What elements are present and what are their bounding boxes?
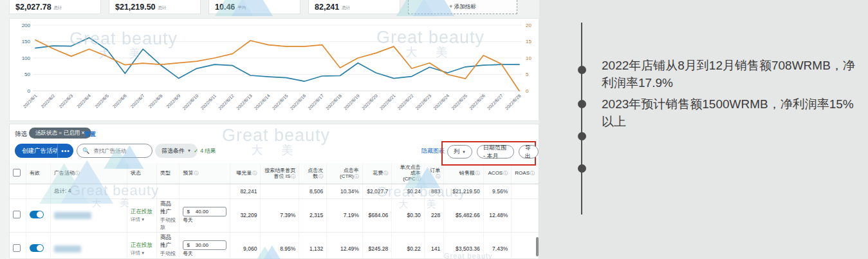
header-cpc[interactable]: 单次点击成本 (CPCⓘ xyxy=(392,163,424,184)
status-detail-link[interactable]: 详情 ▾ xyxy=(131,250,153,256)
metric-spend[interactable]: $2,027.78 总计 xyxy=(9,0,101,14)
cell-budget: $30.00每天 xyxy=(180,232,230,259)
export-button[interactable]: 导出 xyxy=(519,145,539,158)
timeline-dot xyxy=(578,100,586,108)
status-delivering: 正在投放 xyxy=(131,208,153,216)
more-actions-button[interactable]: ••• xyxy=(57,144,73,158)
info-icon[interactable]: ⓘ xyxy=(252,171,257,175)
totals-type xyxy=(157,184,180,198)
vertical-scrollbar[interactable] xyxy=(536,237,539,256)
info-icon[interactable]: ⓘ xyxy=(194,171,198,175)
metric-value: $2,027.78 xyxy=(15,3,51,12)
info-icon[interactable]: ⓘ xyxy=(416,177,421,181)
header-type[interactable]: 类型 xyxy=(157,163,180,184)
header-roas[interactable]: ROASⓘ xyxy=(512,163,539,184)
header-ctr[interactable]: 点击率 (CTR)ⓘ xyxy=(327,163,363,184)
right-axis-tick: 15 xyxy=(526,39,531,44)
header-toggle: 有效 xyxy=(26,163,50,184)
metric-impressions[interactable]: 82,241 总计 xyxy=(308,0,400,14)
metric-value: 82,241 xyxy=(315,3,339,12)
left-axis-tick: 0 xyxy=(28,88,31,94)
campaign-name-redacted[interactable] xyxy=(54,212,91,219)
date-range-button[interactable]: 日期范围 - 本月 xyxy=(477,145,514,158)
info-icon[interactable]: ⓘ xyxy=(436,174,440,178)
cell-is: 7.39% xyxy=(261,198,299,232)
active-status-filter-chip[interactable]: 活跃状态 = 已启用 × xyxy=(29,128,91,139)
table-row: 正在投放详情 ▾商品推广手动投放$40.00每天32,2097.39%2,315… xyxy=(10,198,539,232)
add-metric-button[interactable]: + 添加指标 xyxy=(408,0,517,14)
column-header: 广告活动 xyxy=(54,170,75,176)
annotation-2022: 2022年店铺从8月到12月销售额708WRMB，净利润率17.9% xyxy=(602,57,860,91)
targeting-type: 手动投放 xyxy=(160,250,176,259)
x-axis-label: 2022/6/15 xyxy=(272,93,289,111)
column-header: 订单 xyxy=(430,168,440,173)
info-icon[interactable]: ⓘ xyxy=(355,174,359,178)
info-icon[interactable]: ⓘ xyxy=(319,174,323,178)
cell-acos: 12.48% xyxy=(483,198,511,232)
header-clicks[interactable]: 点击次数ⓘ xyxy=(299,163,327,184)
budget-input[interactable]: $30.00 xyxy=(183,240,226,250)
x-axis-label: 2022/6/8 xyxy=(147,93,163,109)
info-icon[interactable]: ⓘ xyxy=(476,171,480,175)
status-delivering: 正在投放 xyxy=(131,242,153,249)
info-icon[interactable]: ⓘ xyxy=(383,171,388,175)
status-detail-link[interactable]: 详情 ▾ xyxy=(131,216,153,223)
column-header: 有效 xyxy=(30,170,40,176)
x-axis-label: 2022/6/17 xyxy=(307,93,324,111)
chevron-down-icon: ▼ xyxy=(187,149,191,153)
right-axis-tick: 10 xyxy=(526,55,531,61)
column-header: 预算 xyxy=(183,170,193,176)
header-impressions[interactable]: 曝光量ⓘ xyxy=(230,163,261,184)
header-is[interactable]: 搜索结果首页首位 ISⓘ xyxy=(261,163,299,184)
metric-label: 平均 xyxy=(237,5,246,11)
header-status[interactable]: 状态 xyxy=(127,163,157,184)
performance-line-chart: 050100150200051015202022/6/12022/6/22022… xyxy=(10,19,539,119)
cell-roas xyxy=(512,198,539,232)
x-axis-label: 2022/6/13 xyxy=(235,93,253,111)
metric-sales[interactable]: $21,219.50 总计 xyxy=(109,0,201,14)
x-axis-label: 2022/6/25 xyxy=(450,93,468,111)
info-icon[interactable]: ⓘ xyxy=(291,174,295,178)
blue-series xyxy=(35,37,519,81)
reset-filters-link[interactable]: 重置 xyxy=(84,130,96,139)
search-input[interactable] xyxy=(92,147,146,155)
header-name[interactable]: 广告活动ⓘ xyxy=(51,163,127,184)
info-icon[interactable]: ⓘ xyxy=(503,171,508,175)
budget-input[interactable]: $40.00 xyxy=(183,207,226,216)
cell-ctr: 12.49% xyxy=(327,232,363,259)
campaign-search[interactable]: 🔍 xyxy=(77,144,152,158)
totals-cpc: $0.24 xyxy=(392,184,424,198)
header-budget[interactable]: 预算ⓘ xyxy=(180,163,230,184)
x-axis-label: 2022/6/6 xyxy=(112,93,127,109)
right-axis-tick: 20 xyxy=(526,23,531,28)
x-axis-label: 2022/6/5 xyxy=(94,93,109,109)
campaign-enabled-toggle[interactable] xyxy=(30,211,44,218)
x-axis-label: 2022/6/18 xyxy=(325,93,342,111)
campaigns-table: 有效广告活动ⓘ状态类型预算ⓘ曝光量ⓘ搜索结果首页首位 ISⓘ点击次数ⓘ点击率 (… xyxy=(10,163,539,259)
metric-roas[interactable]: 10.46 平均 xyxy=(208,0,300,14)
select-all-checkbox[interactable] xyxy=(13,169,21,177)
x-axis-label: 2022/6/28 xyxy=(504,93,522,111)
column-header: 状态 xyxy=(131,170,141,176)
filter-conditions-label: 筛选条件 xyxy=(162,147,185,155)
header-orders[interactable]: 订单ⓘ xyxy=(424,163,443,184)
campaign-enabled-toggle[interactable] xyxy=(30,244,44,252)
x-axis-label: 2022/6/12 xyxy=(217,93,235,111)
header-spend[interactable]: 花费ⓘ xyxy=(362,163,392,184)
search-icon: 🔍 xyxy=(82,148,89,154)
info-icon[interactable]: ⓘ xyxy=(75,171,80,175)
campaign-name-redacted[interactable] xyxy=(54,245,81,253)
row-checkbox[interactable] xyxy=(13,244,21,252)
header-acos[interactable]: ACOSⓘ xyxy=(483,163,511,184)
cell-status: 正在投放详情 ▾ xyxy=(127,198,157,232)
row-checkbox[interactable] xyxy=(13,211,21,218)
budget-period: 每天 xyxy=(183,217,226,224)
info-icon[interactable]: ⓘ xyxy=(530,171,535,175)
filter-conditions-dropdown[interactable]: 筛选条件 ▼ xyxy=(155,144,198,158)
cell-name xyxy=(51,232,127,259)
x-axis-label: 2022/6/26 xyxy=(468,93,486,111)
budget-period: 每天 xyxy=(183,251,226,257)
totals-ctr: 10.34% xyxy=(327,184,363,198)
header-sales[interactable]: 销售额ⓘ xyxy=(444,163,484,184)
columns-button[interactable]: 列 ▼ xyxy=(447,145,472,158)
